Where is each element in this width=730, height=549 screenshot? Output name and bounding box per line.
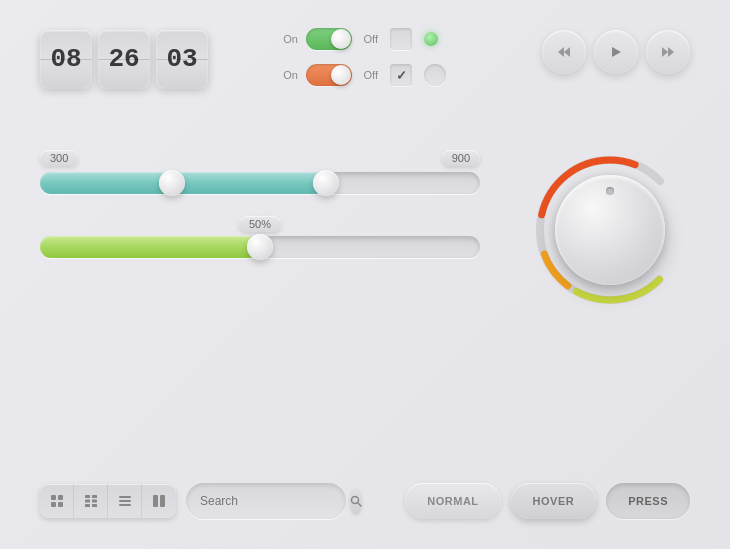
rewind-button[interactable]: [542, 30, 586, 74]
knob-outer[interactable]: [530, 150, 690, 310]
svg-marker-3: [662, 47, 668, 57]
svg-marker-2: [612, 47, 621, 57]
clock-minutes: 26: [98, 30, 150, 88]
svg-rect-11: [51, 502, 56, 507]
sliders-section: 300 900 50%: [40, 150, 480, 278]
progress-slider-fill: [40, 236, 260, 258]
svg-rect-10: [58, 495, 63, 500]
svg-rect-17: [85, 504, 90, 507]
svg-rect-12: [58, 502, 63, 507]
menu-icon: [118, 494, 132, 508]
toggles-section: On Off On Off: [280, 28, 378, 100]
hover-button[interactable]: HOVER: [511, 483, 597, 519]
progress-value-bubble: 50%: [239, 216, 281, 232]
search-submit-button[interactable]: [350, 488, 362, 514]
grid-icon: [50, 494, 64, 508]
range-slider-handle-left[interactable]: [159, 170, 185, 196]
svg-marker-4: [668, 47, 674, 57]
range-max-label: 900: [442, 150, 480, 166]
toggle-row-2: On Off: [280, 64, 378, 86]
checkbox-checked[interactable]: [390, 64, 412, 86]
toggle1-on-label: On: [280, 33, 298, 45]
svg-rect-16: [92, 500, 97, 503]
svg-rect-13: [85, 495, 90, 498]
view-expand-button[interactable]: [142, 484, 176, 518]
search-icon: [350, 495, 362, 507]
svg-marker-1: [564, 47, 570, 57]
toggle1-off-label: Off: [360, 33, 378, 45]
led-green: [424, 32, 438, 46]
svg-marker-0: [558, 47, 564, 57]
press-button[interactable]: PRESS: [606, 483, 690, 519]
knob-body[interactable]: [555, 175, 665, 285]
svg-point-24: [352, 497, 359, 504]
bottom-toolbar: NORMAL HOVER PRESS: [40, 483, 690, 519]
play-button[interactable]: [594, 30, 638, 74]
media-controls: [542, 30, 690, 74]
normal-button[interactable]: NORMAL: [405, 483, 500, 519]
svg-rect-9: [51, 495, 56, 500]
range-slider-container: 300 900: [40, 150, 480, 194]
view-toggle-group: [40, 484, 176, 518]
toggle-knob-2: [331, 65, 351, 85]
svg-rect-21: [119, 504, 131, 506]
toggle-switch-2[interactable]: [306, 64, 352, 86]
range-slider-labels: 300 900: [40, 150, 480, 166]
view-list-button[interactable]: [74, 484, 108, 518]
toggle2-on-label: On: [280, 69, 298, 81]
progress-slider-track[interactable]: [40, 236, 480, 258]
toggle-row-1: On Off: [280, 28, 378, 50]
range-slider-track[interactable]: [40, 172, 480, 194]
clock-hours: 08: [40, 30, 92, 88]
fast-forward-icon: [661, 45, 675, 59]
radio-button[interactable]: [424, 64, 446, 86]
list-icon: [84, 494, 98, 508]
svg-rect-19: [119, 496, 131, 498]
flip-clock: 08 26 03: [40, 30, 208, 88]
play-icon: [609, 45, 623, 59]
knob-section: [530, 150, 690, 310]
fast-forward-button[interactable]: [646, 30, 690, 74]
svg-rect-15: [85, 500, 90, 503]
svg-rect-22: [153, 495, 158, 507]
svg-rect-20: [119, 500, 131, 502]
view-grid-button[interactable]: [40, 484, 74, 518]
svg-line-25: [358, 503, 361, 506]
radio-row: [390, 64, 446, 86]
svg-rect-18: [92, 504, 97, 507]
svg-rect-23: [160, 495, 165, 507]
checkbox-unchecked[interactable]: [390, 28, 412, 50]
expand-icon: [152, 494, 166, 508]
rewind-icon: [557, 45, 571, 59]
toggle2-off-label: Off: [360, 69, 378, 81]
knob-indicator-dot: [606, 187, 614, 195]
range-slider-handle-right[interactable]: [313, 170, 339, 196]
clock-seconds: 03: [156, 30, 208, 88]
toggle-switch-1[interactable]: [306, 28, 352, 50]
main-container: 08 26 03 On Off On Off: [0, 0, 730, 549]
progress-slider-handle[interactable]: [247, 234, 273, 260]
checkbox-row: [390, 28, 446, 50]
check-radio-section: [390, 28, 446, 86]
progress-slider-container: 50%: [40, 214, 480, 258]
svg-rect-14: [92, 495, 97, 498]
view-menu-button[interactable]: [108, 484, 142, 518]
search-input[interactable]: [200, 494, 350, 508]
toggle-knob-1: [331, 29, 351, 49]
search-box: [186, 483, 346, 519]
range-min-label: 300: [40, 150, 78, 166]
progress-percent-label: 50%: [40, 214, 480, 232]
